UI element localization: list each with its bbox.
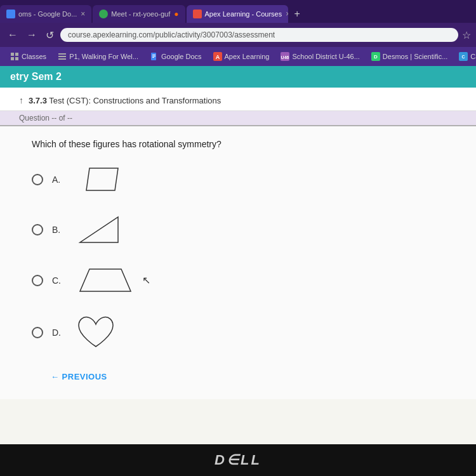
- bookmark-apex[interactable]: A Apex Learning: [208, 51, 275, 62]
- bookmark-desmos-label: Desmos | Scientific...: [383, 53, 448, 60]
- radio-a[interactable]: [32, 174, 43, 185]
- bookmark-classes-icon: [10, 52, 19, 61]
- test-header-icon: ↑: [19, 95, 23, 105]
- bookmark-classes[interactable]: Classes: [5, 51, 51, 62]
- svg-rect-6: [58, 58, 66, 60]
- svg-marker-21: [80, 269, 131, 291]
- test-section: 3.7.3: [29, 96, 47, 105]
- option-c-label: C.: [52, 275, 63, 286]
- tab-meet-icon: [99, 10, 108, 18]
- browser-chrome: oms - Google Do... × Meet - rxt-yoeo-guf…: [0, 0, 476, 66]
- question-bar-text: Question -- of --: [19, 114, 72, 122]
- svg-text:C: C: [462, 55, 465, 59]
- bookmark-campus[interactable]: C Campu: [454, 51, 476, 62]
- tab-google-docs-label: oms - Google Do...: [18, 10, 77, 18]
- bookmark-school-label: School District U-46...: [292, 53, 359, 60]
- page-title-bar: etry Sem 2: [0, 66, 476, 88]
- option-b-figure: [74, 211, 131, 249]
- svg-text:U46: U46: [281, 55, 289, 60]
- svg-rect-10: [152, 57, 154, 58]
- bookmark-campus-icon: C: [459, 52, 468, 61]
- cursor-arrow: ↖: [142, 274, 150, 286]
- tab-bar: oms - Google Do... × Meet - rxt-yoeo-guf…: [0, 0, 476, 23]
- option-c-figure: [74, 263, 137, 298]
- tab-google-docs-icon: [6, 10, 15, 18]
- bookmark-google-docs[interactable]: Google Docs: [145, 51, 207, 62]
- svg-rect-3: [15, 57, 18, 60]
- tab-meet-close[interactable]: ●: [174, 10, 178, 18]
- radio-b[interactable]: [32, 224, 43, 235]
- bookmark-p1-label: P1, Walking For Wel...: [69, 53, 138, 60]
- svg-marker-19: [86, 168, 118, 190]
- svg-rect-1: [15, 53, 18, 56]
- bookmark-desmos[interactable]: D Desmos | Scientific...: [366, 51, 453, 62]
- svg-marker-20: [80, 217, 118, 242]
- svg-text:A: A: [215, 54, 220, 60]
- main-content: ↑ 3.7.3 Test (CST): Constructions and Tr…: [0, 88, 476, 444]
- option-b[interactable]: B.: [32, 211, 444, 249]
- svg-rect-4: [58, 53, 66, 55]
- radio-d[interactable]: [32, 327, 43, 338]
- option-c[interactable]: C. ↖: [32, 263, 444, 298]
- question-text: Which of these figures has rotational sy…: [32, 139, 444, 149]
- test-header-title: 3.7.3 Test (CST): Constructions and Tran…: [29, 96, 221, 105]
- svg-rect-0: [11, 53, 14, 56]
- test-header: ↑ 3.7.3 Test (CST): Constructions and Tr…: [0, 88, 476, 111]
- bookmark-school-icon: U46: [281, 52, 289, 61]
- svg-rect-9: [152, 56, 155, 56]
- bookmark-p1-icon: [58, 52, 67, 61]
- question-content: Which of these figures has rotational sy…: [0, 126, 476, 399]
- bookmark-school[interactable]: U46 School District U-46...: [275, 51, 364, 62]
- tab-google-docs-close[interactable]: ×: [81, 10, 85, 18]
- page-title: etry Sem 2: [10, 71, 62, 83]
- reload-button[interactable]: ↺: [43, 28, 56, 43]
- bookmark-gdocs-label: Google Docs: [161, 53, 202, 60]
- tab-apex-label: Apex Learning - Courses: [205, 10, 282, 18]
- bookmark-p1[interactable]: P1, Walking For Wel...: [53, 51, 143, 62]
- bookmark-campus-label: Campu: [470, 53, 476, 60]
- back-button[interactable]: ←: [5, 28, 20, 42]
- option-d-label: D.: [52, 327, 63, 338]
- bookmarks-bar: Classes P1, Walking For Wel... Google Do…: [0, 47, 476, 66]
- svg-text:D: D: [374, 54, 378, 60]
- address-bar-row: ← → ↺ course.apexlearning.com/public/act…: [0, 23, 476, 47]
- option-d[interactable]: D.: [32, 312, 444, 353]
- svg-rect-8: [152, 55, 155, 55]
- radio-c[interactable]: [32, 275, 43, 286]
- bookmark-gdocs-icon: [150, 52, 159, 61]
- option-a[interactable]: A.: [32, 162, 444, 197]
- forward-button[interactable]: →: [24, 28, 39, 42]
- bookmark-apex-icon: A: [213, 52, 222, 61]
- tab-google-docs[interactable]: oms - Google Do... ×: [0, 5, 91, 23]
- dell-logo: D∈LL: [215, 452, 261, 468]
- address-text: course.apexlearning.com/public/activity/…: [68, 30, 275, 39]
- address-bar[interactable]: course.apexlearning.com/public/activity/…: [60, 28, 458, 42]
- new-tab-button[interactable]: +: [289, 5, 305, 23]
- option-b-label: B.: [52, 225, 63, 235]
- option-d-figure: [74, 312, 118, 353]
- tab-apex-close[interactable]: ×: [286, 10, 288, 18]
- tab-apex-icon: [193, 10, 202, 18]
- bookmark-classes-label: Classes: [22, 53, 46, 60]
- tab-meet-label: Meet - rxt-yoeo-guf: [111, 10, 170, 18]
- previous-button[interactable]: ← PREVIOUS: [32, 367, 444, 387]
- bookmark-star-button[interactable]: ☆: [462, 29, 471, 41]
- svg-rect-5: [58, 56, 66, 57]
- option-a-figure: [74, 162, 131, 197]
- option-a-label: A.: [52, 175, 63, 185]
- dell-area: D∈LL: [0, 444, 476, 476]
- tab-apex-learning[interactable]: Apex Learning - Courses ×: [187, 5, 288, 23]
- bookmark-apex-label: Apex Learning: [225, 53, 270, 60]
- bookmark-desmos-icon: D: [371, 52, 380, 61]
- svg-rect-2: [11, 57, 14, 60]
- question-bar: Question -- of --: [0, 111, 476, 126]
- tab-meet[interactable]: Meet - rxt-yoeo-guf ●: [93, 5, 185, 23]
